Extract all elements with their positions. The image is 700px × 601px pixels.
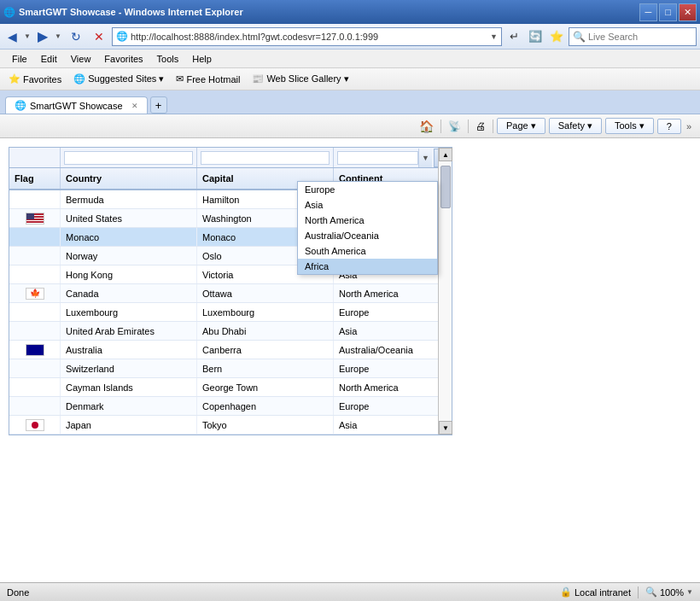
menu-edit[interactable]: Edit — [34, 52, 64, 66]
country-cell: Hong Kong — [61, 265, 197, 283]
continent-cell: Europe — [334, 303, 452, 321]
favorites-button[interactable]: ⭐ Favorites — [5, 72, 65, 86]
dropdown-item[interactable]: South America — [298, 243, 437, 259]
flag-jp-icon — [26, 419, 44, 431]
address-dropdown-arrow[interactable]: ▼ — [490, 32, 498, 41]
rss-icon[interactable]: 📡 — [445, 119, 464, 134]
table-row[interactable]: SwitzerlandBernEurope — [9, 359, 452, 378]
dropdown-item[interactable]: North America — [298, 213, 437, 228]
title-bar-icon: 🌐 — [3, 7, 15, 18]
maximize-button[interactable]: □ — [659, 3, 677, 21]
browser-toolbar: 🏠 📡 🖨 Page ▾ Safety ▾ Tools ▾ ? » — [0, 114, 700, 138]
status-bar: Done 🔒 Local intranet 🔍 100% ▼ — [0, 582, 700, 601]
favorites-bar: ⭐ Favorites 🌐 Suggested Sites ▾ ✉ Free H… — [0, 68, 700, 90]
hotmail-label: Free Hotmail — [186, 74, 240, 85]
tab-close-icon[interactable]: ✕ — [131, 102, 138, 110]
dropdown-item[interactable]: Africa — [298, 259, 437, 274]
table-row[interactable]: United Arab EmiratesAbu DhabiAsia — [9, 322, 452, 341]
capital-cell: Ottawa — [197, 284, 334, 302]
filter-continent-input[interactable] — [337, 151, 418, 165]
capital-cell: Luxembourg — [197, 303, 334, 321]
back-button[interactable]: ◀ — [3, 26, 21, 47]
forward-dropdown-arrow[interactable]: ▼ — [53, 26, 63, 47]
stop-button[interactable]: ✕ — [89, 26, 109, 47]
favorites-icon: ⭐ — [9, 73, 20, 85]
filter-continent[interactable]: ▼ ▽ — [334, 148, 452, 167]
forward-button[interactable]: ▶ — [33, 26, 52, 47]
menu-file[interactable]: File — [5, 52, 34, 66]
status-zone[interactable]: 🔒 Local intranet — [560, 586, 631, 598]
table-row[interactable]: LuxembourgLuxembourgEurope — [9, 303, 452, 322]
page-button[interactable]: Page ▾ — [497, 118, 545, 134]
flag-cell — [9, 341, 61, 359]
flag-cell — [9, 378, 61, 396]
filter-capital[interactable] — [197, 148, 334, 167]
minimize-button[interactable]: ─ — [639, 3, 657, 21]
scroll-track — [439, 161, 452, 421]
free-hotmail-button[interactable]: ✉ Free Hotmail — [172, 72, 243, 86]
flag-cell — [9, 190, 61, 208]
continent-cell: Europe — [334, 397, 452, 415]
continent-cell: North America — [334, 284, 452, 302]
new-tab-button[interactable]: + — [150, 96, 167, 114]
zoom-dropdown-arrow[interactable]: ▼ — [686, 588, 693, 596]
help-button[interactable]: ? — [657, 119, 681, 134]
filter-capital-input[interactable] — [201, 151, 330, 165]
filter-country-input[interactable] — [64, 151, 193, 165]
status-sep — [638, 586, 639, 598]
more-button[interactable]: » — [685, 120, 693, 133]
country-cell: Luxembourg — [61, 303, 197, 321]
scrollbar[interactable]: ▲ ▼ — [438, 148, 452, 435]
dropdown-item[interactable]: Asia — [298, 197, 437, 213]
country-cell: United Arab Emirates — [61, 322, 197, 340]
tab-smartgwt[interactable]: 🌐 SmartGWT Showcase ✕ — [5, 96, 148, 114]
capital-cell: Tokyo — [197, 416, 334, 434]
suggested-sites-button[interactable]: 🌐 Suggested Sites ▾ — [70, 72, 167, 86]
status-zoom[interactable]: 🔍 100% ▼ — [645, 586, 693, 598]
tab-bar: 🌐 SmartGWT Showcase ✕ + — [0, 90, 700, 114]
favorites-label: Favorites — [23, 74, 61, 85]
navigate-button[interactable]: ↵ — [505, 27, 523, 46]
filter-flag — [9, 148, 61, 167]
continent-cell: Australia/Oceania — [334, 341, 452, 359]
search-input[interactable] — [588, 32, 700, 42]
title-bar: 🌐 SmartGWT Showcase - Windows Internet E… — [0, 0, 700, 24]
web-slice-gallery-button[interactable]: 📰 Web Slice Gallery ▾ — [248, 72, 352, 86]
table-row[interactable]: AustraliaCanberraAustralia/Oceania — [9, 341, 452, 359]
back-dropdown-arrow[interactable]: ▼ — [22, 26, 32, 47]
continent-dropdown-arrow[interactable]: ▼ — [418, 149, 432, 167]
refresh-page-button[interactable]: 🔄 — [526, 27, 545, 46]
table-row[interactable]: Cayman IslandsGeorge TownNorth America — [9, 378, 452, 397]
address-icon: 🌐 — [116, 31, 128, 42]
table-row[interactable]: 🍁CanadaOttawaNorth America — [9, 284, 452, 303]
menu-help[interactable]: Help — [185, 52, 219, 66]
flag-cell — [9, 247, 61, 265]
flag-cell — [9, 209, 61, 227]
scroll-down-button[interactable]: ▼ — [439, 421, 452, 435]
menu-favorites[interactable]: Favorites — [97, 52, 149, 66]
print-icon[interactable]: 🖨 — [472, 119, 489, 134]
continent-cell: Asia — [334, 416, 452, 434]
address-bar[interactable]: 🌐 http://localhost:8888/index.html?gwt.c… — [112, 27, 502, 46]
flag-cell: 🍁 — [9, 284, 61, 302]
table-row[interactable]: DenmarkCopenhagenEurope — [9, 397, 452, 416]
home-icon[interactable]: 🏠 — [416, 118, 437, 135]
scroll-up-button[interactable]: ▲ — [439, 148, 452, 161]
country-cell: Denmark — [61, 397, 197, 415]
tools-button[interactable]: Tools ▾ — [605, 118, 654, 134]
dropdown-item[interactable]: Europe — [298, 182, 437, 197]
menu-view[interactable]: View — [64, 52, 98, 66]
menu-tools[interactable]: Tools — [150, 52, 186, 66]
tab-label: SmartGWT Showcase — [30, 101, 123, 111]
table-row[interactable]: JapanTokyoAsia — [9, 416, 452, 435]
dropdown-item[interactable]: Australia/Oceania — [298, 228, 437, 243]
search-box[interactable]: 🔍 ▶ — [569, 27, 697, 46]
filter-country[interactable] — [61, 148, 197, 167]
safety-button[interactable]: Safety ▾ — [549, 118, 602, 134]
refresh-button[interactable]: ↻ — [66, 26, 86, 47]
scroll-thumb[interactable] — [440, 166, 451, 208]
close-button[interactable]: ✕ — [679, 3, 697, 21]
add-favorite-button[interactable]: ⭐ — [547, 27, 566, 46]
flag-cell — [9, 265, 61, 283]
country-cell: Japan — [61, 416, 197, 434]
